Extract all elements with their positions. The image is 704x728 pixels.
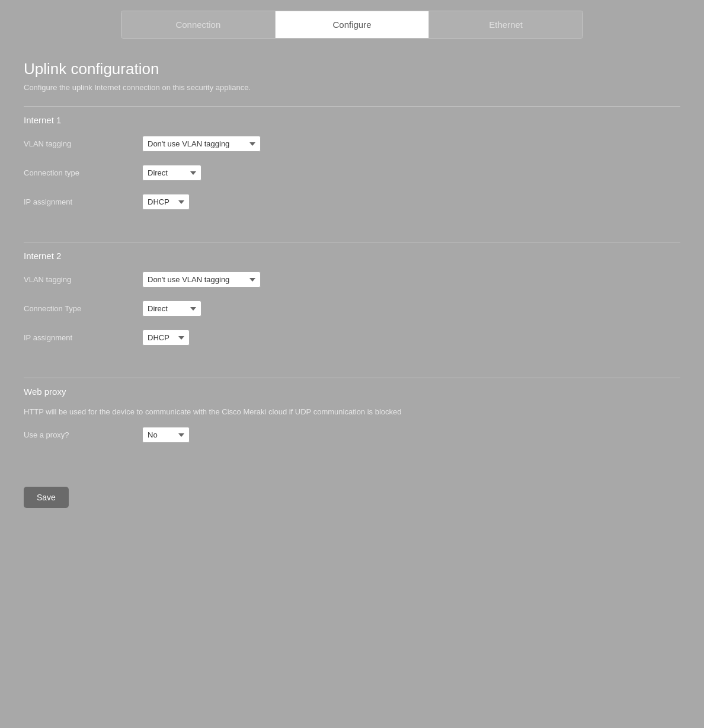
internet1-vlan-label: VLAN tagging <box>24 139 142 148</box>
tab-configure-label: Configure <box>332 20 371 30</box>
web-proxy-use-label: Use a proxy? <box>24 430 142 439</box>
internet2-section: Internet 2 VLAN tagging Don't use VLAN t… <box>24 242 680 373</box>
tab-connection[interactable]: Connection <box>121 11 276 38</box>
web-proxy-use-row: Use a proxy? No Yes <box>24 427 680 443</box>
internet2-vlan-row: VLAN tagging Don't use VLAN tagging Use … <box>24 272 680 288</box>
internet2-connection-row: Connection Type Direct Routed NAT mode <box>24 301 680 317</box>
web-proxy-title: Web proxy <box>24 378 680 407</box>
tab-connection-label: Connection <box>175 20 220 30</box>
internet1-title: Internet 1 <box>24 107 680 136</box>
internet1-ip-select[interactable]: DHCP Static PPPoE <box>142 194 190 210</box>
internet2-vlan-label: VLAN tagging <box>24 275 142 284</box>
page-wrapper: Connection Configure Ethernet Uplink con… <box>0 0 704 728</box>
internet1-connection-row: Connection type Direct Routed NAT mode <box>24 165 680 181</box>
tab-ethernet[interactable]: Ethernet <box>429 11 583 38</box>
main-content: Uplink configuration Configure the uplin… <box>0 39 704 532</box>
internet1-ip-label: IP assignment <box>24 197 142 206</box>
tab-container: Connection Configure Ethernet <box>121 11 583 39</box>
web-proxy-description: HTTP will be used for the device to comm… <box>24 407 680 416</box>
internet2-vlan-select[interactable]: Don't use VLAN tagging Use VLAN tagging <box>142 272 261 288</box>
internet1-vlan-select[interactable]: Don't use VLAN tagging Use VLAN tagging <box>142 136 261 152</box>
internet1-connection-label: Connection type <box>24 168 142 177</box>
web-proxy-section: Web proxy HTTP will be used for the devi… <box>24 378 680 470</box>
tab-configure[interactable]: Configure <box>276 11 430 38</box>
internet2-connection-label: Connection Type <box>24 304 142 313</box>
internet2-ip-select[interactable]: DHCP Static PPPoE <box>142 330 190 346</box>
internet2-title: Internet 2 <box>24 242 680 272</box>
internet2-ip-label: IP assignment <box>24 333 142 342</box>
tab-ethernet-label: Ethernet <box>489 20 523 30</box>
web-proxy-use-select[interactable]: No Yes <box>142 427 190 443</box>
internet2-ip-row: IP assignment DHCP Static PPPoE <box>24 330 680 346</box>
internet1-ip-row: IP assignment DHCP Static PPPoE <box>24 194 680 210</box>
internet2-connection-select[interactable]: Direct Routed NAT mode <box>142 301 201 317</box>
tab-bar: Connection Configure Ethernet <box>0 0 704 39</box>
save-button[interactable]: Save <box>24 487 69 508</box>
page-subtitle: Configure the uplink Internet connection… <box>24 83 680 92</box>
internet1-vlan-row: VLAN tagging Don't use VLAN tagging Use … <box>24 136 680 152</box>
internet1-section: Internet 1 VLAN tagging Don't use VLAN t… <box>24 106 680 237</box>
internet1-connection-select[interactable]: Direct Routed NAT mode <box>142 165 201 181</box>
page-title: Uplink configuration <box>24 60 680 78</box>
